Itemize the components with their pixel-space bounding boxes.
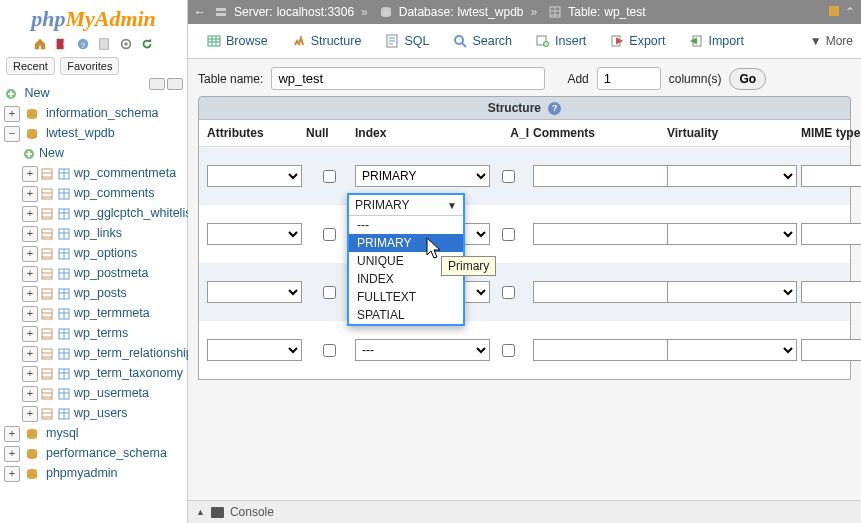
attributes-select[interactable] [207,339,302,361]
expand-icon[interactable]: + [22,366,38,382]
expand-icon[interactable]: + [22,186,38,202]
tree-table[interactable]: +wp_links [22,223,187,243]
ai-checkbox[interactable] [502,170,515,183]
tab-insert[interactable]: Insert [525,28,597,54]
null-checkbox[interactable] [323,228,336,241]
tree-table[interactable]: +wp_terms [22,323,187,343]
tab-more[interactable]: ▼ More [810,34,853,48]
home-icon[interactable] [33,37,47,51]
tree-table[interactable]: +wp_termmeta [22,303,187,323]
page-up-icon[interactable]: ⌃ [845,5,855,19]
tree-table[interactable]: +wp_gglcptch_whitelist [22,203,187,223]
comments-input[interactable] [533,339,673,361]
help-icon[interactable]: ? [548,102,561,115]
tree-table[interactable]: +wp_options [22,243,187,263]
tab-structure[interactable]: Structure [281,28,373,54]
attributes-select[interactable] [207,281,302,303]
attributes-select[interactable] [207,223,302,245]
expand-icon[interactable]: + [22,246,38,262]
tree-table[interactable]: New [22,143,187,163]
go-button[interactable]: Go [729,68,766,90]
virtuality-select[interactable] [667,223,797,245]
expand-icon[interactable]: + [22,326,38,342]
collapse-icon[interactable]: − [4,126,20,142]
expand-icon[interactable]: + [22,386,38,402]
expand-icon[interactable]: + [4,426,20,442]
tree-table[interactable]: +wp_commentmeta [22,163,187,183]
nav-back-icon[interactable]: ← [194,5,206,19]
console-bar[interactable]: ▲ Console [188,500,861,523]
comments-input[interactable] [533,223,673,245]
tree-table[interactable]: +wp_comments [22,183,187,203]
tree-db-mysql[interactable]: + mysql [4,423,187,443]
null-checkbox[interactable] [323,344,336,357]
bc-db[interactable]: lwtest_wpdb [457,5,523,19]
logo[interactable]: phpMyAdmin [0,0,187,34]
comments-input[interactable] [533,281,673,303]
chevron-down-icon[interactable]: ▼ [447,200,457,211]
tree-db-perf[interactable]: + performance_schema [4,443,187,463]
tree-db-main[interactable]: − lwtest_wpdb New+wp_commentmeta+wp_comm… [4,123,187,423]
bc-server[interactable]: localhost:3306 [277,5,354,19]
expand-icon[interactable]: + [4,466,20,482]
query-icon[interactable]: ? [76,37,90,51]
index-option-primary[interactable]: PRIMARY [349,234,463,252]
tree-label: wp_term_relationships [74,346,199,360]
mime-select[interactable] [801,165,861,187]
add-columns-input[interactable] [597,67,661,90]
tree-db-pma[interactable]: + phpmyadmin [4,463,187,483]
settings-icon[interactable] [119,37,133,51]
null-checkbox[interactable] [323,286,336,299]
expand-icon[interactable]: + [22,166,38,182]
virtuality-select[interactable] [667,281,797,303]
table-name-input[interactable] [271,67,545,90]
expand-icon[interactable]: + [22,406,38,422]
tab-sql[interactable]: SQL [374,28,440,54]
mime-select[interactable] [801,281,861,303]
expand-icon[interactable]: + [22,266,38,282]
index-option-fulltext[interactable]: FULLTEXT [349,288,463,306]
exit-icon[interactable] [54,37,68,51]
comments-input[interactable] [533,165,673,187]
tree-db-info[interactable]: + information_schema [4,103,187,123]
index-select[interactable]: PRIMARY [355,165,490,187]
favorites-tab[interactable]: Favorites [60,57,119,75]
tree-table[interactable]: +wp_posts [22,283,187,303]
null-checkbox[interactable] [323,170,336,183]
index-select[interactable]: --- [355,339,490,361]
favorite-icon[interactable] [827,4,841,21]
expand-icon[interactable]: + [22,206,38,222]
docs-icon[interactable] [97,37,111,51]
expand-icon[interactable]: + [22,286,38,302]
virtuality-select[interactable] [667,339,797,361]
bc-tbl[interactable]: wp_test [604,5,645,19]
recent-tab[interactable]: Recent [6,57,55,75]
mime-select[interactable] [801,223,861,245]
expand-icon[interactable]: + [22,346,38,362]
reload-icon[interactable] [140,37,154,51]
mime-select[interactable] [801,339,861,361]
virtuality-select[interactable] [667,165,797,187]
col-ai: A_I [494,126,529,140]
expand-icon[interactable]: + [22,226,38,242]
expand-icon[interactable]: + [4,446,20,462]
tree-table[interactable]: +wp_term_taxonomy [22,363,187,383]
table-icon [57,167,71,181]
tree-table[interactable]: +wp_usermeta [22,383,187,403]
tree-table[interactable]: +wp_users [22,403,187,423]
tree-table[interactable]: +wp_postmeta [22,263,187,283]
tab-search[interactable]: Search [442,28,523,54]
attributes-select[interactable] [207,165,302,187]
ai-checkbox[interactable] [502,344,515,357]
tab-export[interactable]: Export [599,28,676,54]
tree-new[interactable]: New [4,83,187,103]
tab-import[interactable]: Import [678,28,754,54]
ai-checkbox[interactable] [502,228,515,241]
tree-table[interactable]: +wp_term_relationships [22,343,187,363]
index-option-spatial[interactable]: SPATIAL [349,306,463,324]
index-option-blank[interactable]: --- [349,216,463,234]
ai-checkbox[interactable] [502,286,515,299]
tab-browse[interactable]: Browse [196,28,279,54]
expand-icon[interactable]: + [4,106,20,122]
expand-icon[interactable]: + [22,306,38,322]
